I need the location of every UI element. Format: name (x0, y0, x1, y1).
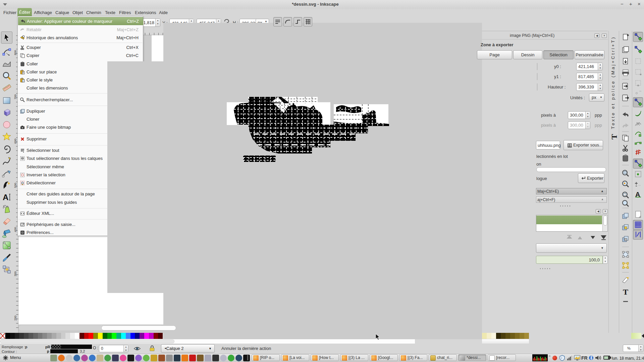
svg-text:T: T (623, 288, 628, 296)
svg-text:A: A (3, 193, 8, 202)
svg-text:i: i (561, 356, 562, 360)
